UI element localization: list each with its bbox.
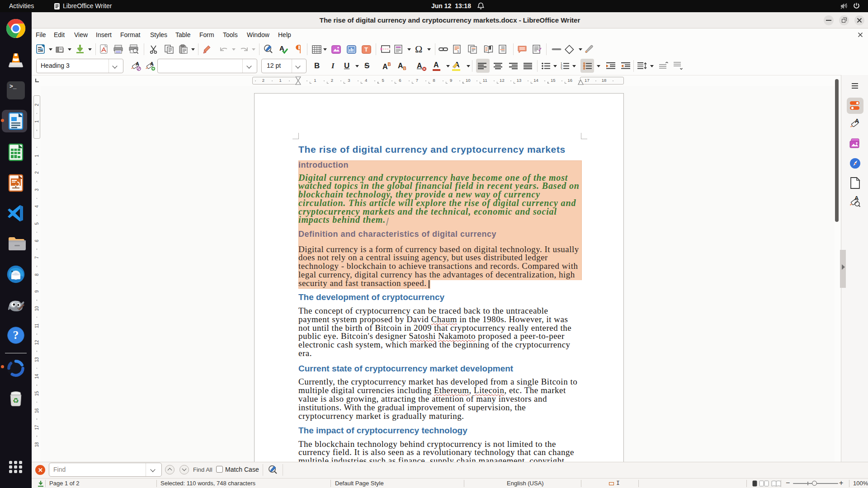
svg-text:A: A	[855, 118, 859, 124]
svg-text:3: 3	[561, 67, 562, 70]
svg-text:?: ?	[13, 328, 19, 342]
svg-text:A: A	[150, 61, 154, 66]
svg-text:A: A	[136, 61, 139, 66]
svg-text:T: T	[364, 46, 368, 53]
svg-text:Ω: Ω	[415, 45, 422, 54]
svg-text:♻: ♻	[13, 397, 19, 404]
svg-text:1: 1	[457, 49, 459, 53]
svg-text:A: A	[854, 195, 859, 202]
